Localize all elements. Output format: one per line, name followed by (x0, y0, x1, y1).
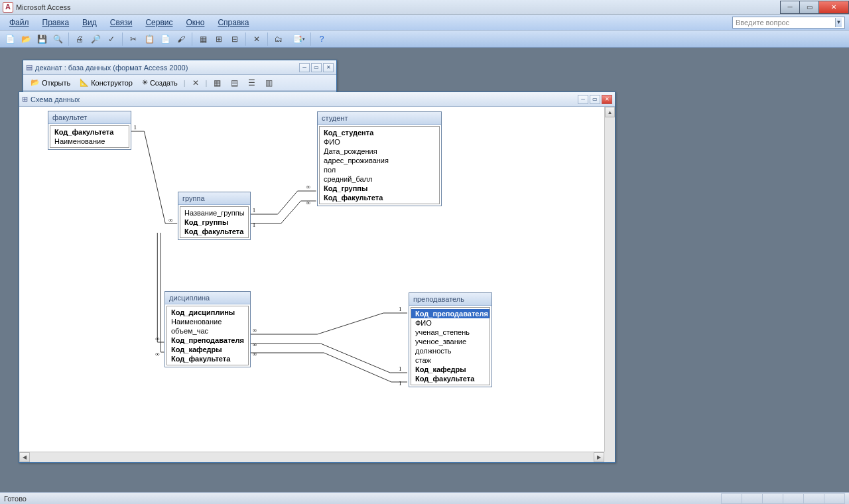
field-item[interactable]: ФИО (411, 318, 490, 328)
field-item[interactable]: ученое_звание (411, 337, 490, 346)
help-question-box[interactable]: Введите вопрос ▼ (732, 17, 845, 29)
status-text: Готово (4, 495, 27, 503)
menu-help[interactable]: Справка (212, 17, 254, 29)
field-list: Название_группыКод_группыКод_факультета (180, 206, 249, 238)
separator (310, 32, 311, 46)
toolbar: 📄 📂 💾 🔍 🖨 🔎 ✓ ✂ 📋 📄 🖌 ▦ ⊞ ⊟ ✕ 🗂 📑 ? (0, 31, 849, 48)
svg-text:1: 1 (399, 380, 401, 387)
open-icon: 📂 (31, 78, 40, 87)
table-student[interactable]: студент Код_студентаФИОДата_рожденияадре… (317, 111, 442, 206)
field-item[interactable]: пол (320, 165, 439, 174)
format-painter-icon[interactable]: 🖌 (174, 32, 188, 46)
field-list: Код_факультетаНаименование (50, 125, 129, 148)
field-item[interactable]: Код_кафедры (167, 345, 248, 354)
child-close-button[interactable]: ✕ (602, 95, 612, 104)
field-item[interactable]: средний_балл (320, 174, 439, 184)
window-maximize-button[interactable]: ▭ (799, 1, 819, 14)
copy-icon[interactable]: 📋 (142, 32, 157, 46)
paste-icon[interactable]: 📄 (158, 32, 172, 46)
db-tools-icon[interactable]: 🗂 (271, 32, 286, 46)
menu-file[interactable]: Файл (4, 17, 34, 29)
separator (267, 32, 268, 46)
search-icon[interactable]: 🔍 (50, 32, 65, 46)
field-item[interactable]: Код_преподавателя (167, 336, 248, 345)
svg-text:∞: ∞ (253, 327, 257, 334)
scroll-left-icon[interactable]: ◀ (19, 452, 30, 462)
status-indicator-cells (722, 493, 845, 504)
new-object-icon[interactable]: 📑 (287, 32, 307, 46)
field-item[interactable]: Код_дисциплины (167, 308, 248, 317)
window-minimize-button[interactable]: ─ (780, 1, 800, 14)
table-faculty[interactable]: факультет Код_факультетаНаименование (48, 111, 131, 150)
new-icon: ✳ (142, 78, 148, 87)
field-item[interactable]: Код_студента (320, 128, 439, 137)
field-item[interactable]: объем_час (167, 326, 248, 336)
help-icon[interactable]: ? (314, 32, 329, 46)
field-item[interactable]: Код_преподавателя (411, 309, 490, 318)
field-item[interactable]: Код_факультета (320, 193, 439, 202)
cut-icon[interactable]: ✂ (126, 32, 141, 46)
view-details-icon[interactable]: ▥ (261, 76, 276, 90)
delete-small-icon[interactable]: ✕ (188, 76, 203, 90)
save-icon[interactable]: 💾 (34, 32, 49, 46)
separator (122, 32, 123, 46)
field-item[interactable]: Код_факультета (167, 354, 248, 363)
show-all-icon[interactable]: ⊟ (228, 32, 242, 46)
view-large-icon[interactable]: ▦ (210, 76, 224, 90)
table-group[interactable]: группа Название_группыКод_группыКод_факу… (178, 192, 251, 240)
field-item[interactable]: Наименование (50, 137, 129, 146)
db-open-button[interactable]: 📂Открыть (27, 78, 74, 88)
child-maximize-button[interactable]: ▭ (311, 63, 322, 72)
resize-grip[interactable] (604, 452, 615, 462)
field-item[interactable]: Дата_рождения (320, 147, 439, 156)
delete-icon[interactable]: ✕ (249, 32, 264, 46)
field-item[interactable]: должность (411, 346, 490, 355)
svg-text:1: 1 (253, 207, 255, 214)
menu-edit[interactable]: Правка (37, 17, 75, 29)
db-design-button[interactable]: 📐Конструктор (76, 78, 136, 88)
scroll-right-icon[interactable]: ▶ (594, 452, 604, 462)
field-item[interactable]: адрес_проживания (320, 156, 439, 165)
horizontal-scrollbar[interactable]: ◀ ▶ (19, 452, 604, 462)
menu-window[interactable]: Окно (180, 17, 210, 29)
child-minimize-button[interactable]: ─ (578, 95, 588, 104)
scroll-up-icon[interactable]: ▲ (605, 107, 615, 117)
field-item[interactable]: Код_группы (180, 218, 248, 227)
access-icon (3, 2, 13, 13)
field-item[interactable]: Код_кафедры (411, 365, 490, 374)
table-discipline[interactable]: дисциплина Код_дисциплиныНаименованиеобъ… (164, 291, 251, 367)
child-minimize-button[interactable]: ─ (299, 63, 310, 72)
menu-view[interactable]: Вид (77, 17, 102, 29)
field-item[interactable]: ФИО (320, 137, 439, 147)
field-item[interactable]: ученая_степень (411, 328, 490, 337)
show-direct-icon[interactable]: ⊞ (212, 32, 226, 46)
field-item[interactable]: Наименование (167, 317, 248, 326)
field-item[interactable]: Название_группы (180, 208, 248, 218)
show-table-icon[interactable]: ▦ (196, 32, 210, 46)
menu-relations[interactable]: Связи (105, 17, 138, 29)
chevron-down-icon[interactable]: ▼ (835, 18, 842, 27)
table-title: студент (318, 112, 441, 125)
field-item[interactable]: Код_факультета (180, 227, 248, 236)
vertical-scrollbar[interactable]: ▲ (604, 107, 615, 452)
window-close-button[interactable]: ✕ (818, 1, 849, 14)
db-new-button[interactable]: ✳Создать (139, 78, 181, 88)
field-item[interactable]: Код_факультета (50, 127, 129, 137)
field-item[interactable]: стаж (411, 355, 490, 365)
field-item[interactable]: Код_группы (320, 184, 439, 193)
print-icon[interactable]: 🖨 (72, 32, 87, 46)
child-maximize-button[interactable]: ▭ (590, 95, 600, 104)
spellcheck-icon[interactable]: ✓ (104, 32, 119, 46)
schema-window[interactable]: ⊞ Схема данных ─ ▭ ✕ 1 ∞ 1 1 ∞ (19, 92, 616, 463)
design-icon: 📐 (80, 78, 89, 87)
print-preview-icon[interactable]: 🔎 (88, 32, 103, 46)
view-list-icon[interactable]: ☰ (244, 76, 259, 90)
open-folder-icon[interactable]: 📂 (19, 32, 33, 46)
table-teacher[interactable]: преподаватель Код_преподавателяФИОученая… (409, 292, 492, 387)
child-close-button[interactable]: ✕ (323, 63, 334, 72)
field-item[interactable]: Код_факультета (411, 374, 490, 383)
view-small-icon[interactable]: ▤ (227, 76, 241, 90)
relationships-canvas[interactable]: 1 ∞ 1 1 ∞ ∞ ∞ ∞ ∞ ∞ ∞ (20, 107, 604, 452)
new-file-icon[interactable]: 📄 (3, 32, 17, 46)
menu-service[interactable]: Сервис (140, 17, 178, 29)
